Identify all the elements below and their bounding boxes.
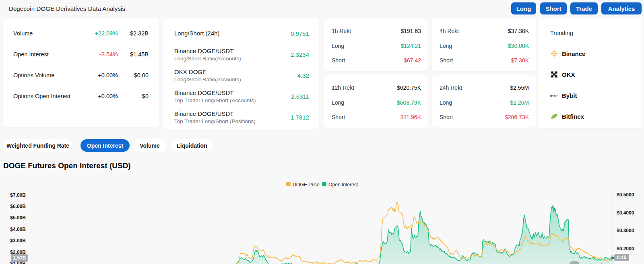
svg-text:coinglass: coinglass — [582, 262, 613, 264]
